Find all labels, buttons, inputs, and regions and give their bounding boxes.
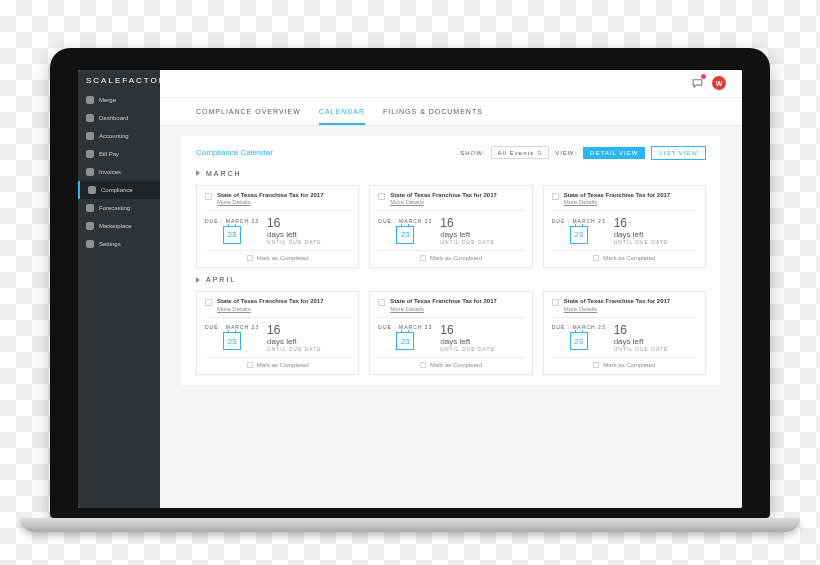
sidebar-item-label: Accounting [99,133,129,139]
sidebar-item-accounting[interactable]: Accounting [78,127,160,145]
status-box-icon [552,193,559,200]
compliance-icon [88,186,96,194]
mark-completed-label[interactable]: Mark as Completed [430,255,482,261]
days-left-unit: days left [267,230,322,239]
days-left-unit: days left [267,337,322,346]
checkbox-icon[interactable] [593,362,599,368]
sidebar-item-label: Dashboard [99,115,128,121]
main-area: W COMPLIANCE OVERVIEWCALENDARFILINGS & D… [160,70,742,508]
month-header-march[interactable]: MARCH [196,170,706,177]
app-screen: SCALEFACTOR MergeDashboardAccountingBill… [78,70,742,508]
panel-controls: SHOW: All Events VIEW: DETAIL VIEW LIST … [460,146,706,160]
mark-completed-label[interactable]: Mark as Completed [603,255,655,261]
sidebar-item-invoices[interactable]: Invoices [78,163,160,181]
forecasting-icon [86,204,94,212]
status-box-icon [205,299,212,306]
days-left: 16 [614,216,669,230]
card-row: State of Texas Franchise Tax for 2017Mor… [196,185,706,269]
compliance-card[interactable]: State of Texas Franchise Tax for 2017Mor… [369,291,532,375]
status-box-icon [378,299,385,306]
panel-title: Compliance Calendar [196,148,273,157]
messages-icon[interactable] [690,76,704,90]
until-label: UNTIL DUE DATE [440,239,495,245]
sidebar-item-forecasting[interactable]: Forecasting [78,199,160,217]
compliance-card[interactable]: State of Texas Franchise Tax for 2017Mor… [196,291,359,375]
mark-completed-label[interactable]: Mark as Completed [603,362,655,368]
sidebar-item-compliance[interactable]: Compliance [78,181,160,199]
until-label: UNTIL DUE DATE [614,346,669,352]
compliance-card[interactable]: State of Texas Franchise Tax for 2017Mor… [369,185,532,269]
sidebar-item-marketplace[interactable]: Marketplace [78,217,160,235]
tab-filings-documents[interactable]: FILINGS & DOCUMENTS [383,108,483,125]
due-label: DUE : MARCH 23 [205,324,259,330]
days-left: 16 [440,216,495,230]
sidebar-item-label: Compliance [101,187,133,193]
more-details-link[interactable]: More Details [564,199,671,205]
days-left-unit: days left [614,230,669,239]
due-label: DUE : MARCH 23 [552,324,606,330]
until-label: UNTIL DUE DATE [440,346,495,352]
card-title: State of Texas Franchise Tax for 2017 [564,192,671,200]
brand-logo: SCALEFACTOR [78,70,160,91]
checkbox-icon[interactable] [247,255,253,261]
compliance-card[interactable]: State of Texas Franchise Tax for 2017Mor… [196,185,359,269]
laptop-base [20,518,800,532]
sidebar-item-settings[interactable]: Settings [78,235,160,253]
calendar-date-icon: 23 [223,226,241,244]
chevron-right-icon [196,277,200,283]
until-label: UNTIL DUE DATE [267,239,322,245]
notification-dot [701,74,706,79]
more-details-link[interactable]: More Details [217,306,324,312]
sidebar-item-label: Merge [99,97,116,103]
list-view-button[interactable]: LIST VIEW [651,146,706,160]
accounting-icon [86,132,94,140]
mark-completed-label[interactable]: Mark as Completed [257,255,309,261]
month-label: APRIL [206,276,236,283]
checkbox-icon[interactable] [420,362,426,368]
checkbox-icon[interactable] [420,255,426,261]
laptop-frame: SCALEFACTOR MergeDashboardAccountingBill… [50,48,770,518]
more-details-link[interactable]: More Details [390,306,497,312]
more-details-link[interactable]: More Details [390,199,497,205]
compliance-card[interactable]: State of Texas Franchise Tax for 2017Mor… [543,185,706,269]
mark-completed-label[interactable]: Mark as Completed [430,362,482,368]
mark-completed-label[interactable]: Mark as Completed [257,362,309,368]
calendar-panel: Compliance Calendar SHOW: All Events VIE… [182,136,720,385]
card-title: State of Texas Franchise Tax for 2017 [390,192,497,200]
days-left: 16 [440,323,495,337]
view-label: VIEW: [555,150,577,156]
card-title: State of Texas Franchise Tax for 2017 [390,298,497,306]
checkbox-icon[interactable] [247,362,253,368]
more-details-link[interactable]: More Details [564,306,671,312]
checkbox-icon[interactable] [593,255,599,261]
days-left-unit: days left [440,230,495,239]
calendar-date-icon: 23 [396,226,414,244]
status-box-icon [378,193,385,200]
due-label: DUE : MARCH 23 [205,218,259,224]
tab-compliance-overview[interactable]: COMPLIANCE OVERVIEW [196,108,301,125]
topbar: W [160,70,742,98]
sidebar-item-bill-pay[interactable]: Bill Pay [78,145,160,163]
more-details-link[interactable]: More Details [217,199,324,205]
show-label: SHOW: [460,150,485,156]
compliance-card[interactable]: State of Texas Franchise Tax for 2017Mor… [543,291,706,375]
avatar[interactable]: W [712,76,726,90]
chevron-right-icon [196,170,200,176]
status-box-icon [205,193,212,200]
detail-view-button[interactable]: DETAIL VIEW [583,147,645,159]
dashboard-icon [86,114,94,122]
tab-bar: COMPLIANCE OVERVIEWCALENDARFILINGS & DOC… [160,98,742,126]
content-area: Compliance Calendar SHOW: All Events VIE… [160,126,742,508]
show-select[interactable]: All Events [491,146,549,159]
billpay-icon [86,150,94,158]
days-left-unit: days left [614,337,669,346]
sidebar-item-merge[interactable]: Merge [78,91,160,109]
until-label: UNTIL DUE DATE [267,346,322,352]
month-header-april[interactable]: APRIL [196,276,706,283]
merge-icon [86,96,94,104]
tab-calendar[interactable]: CALENDAR [319,108,365,125]
calendar-date-icon: 23 [396,332,414,350]
sidebar-item-label: Forecasting [99,205,130,211]
due-label: DUE : MARCH 23 [378,218,432,224]
sidebar-item-dashboard[interactable]: Dashboard [78,109,160,127]
